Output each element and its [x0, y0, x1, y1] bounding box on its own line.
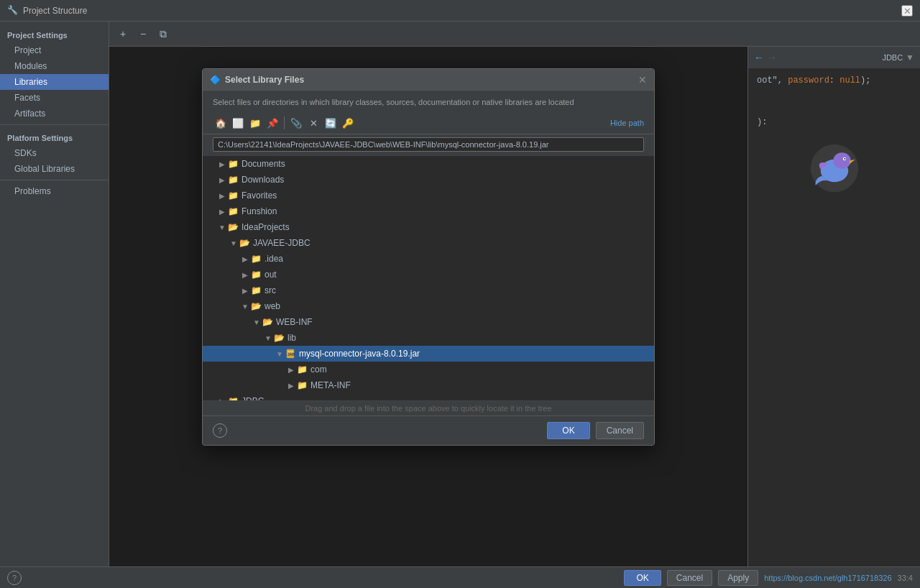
app-title: Project Structure [23, 6, 87, 16]
tree-toggle-com[interactable]: ▶ [286, 364, 296, 375]
folder-icon-out: 📁 [250, 270, 262, 280]
tree-item-lib[interactable]: ▼ 📂 lib [203, 330, 654, 346]
folder-icon-documents: 📁 [227, 159, 239, 169]
status-cancel-button[interactable]: Cancel [667, 570, 712, 586]
sidebar-item-global-libraries[interactable]: Global Libraries [0, 161, 109, 177]
tree-toggle-ideaprojects[interactable]: ▼ [217, 222, 227, 232]
sidebar-item-modules[interactable]: Modules [0, 58, 109, 74]
toolbar-desktop-button[interactable]: ⬜ [230, 115, 246, 131]
window-close-button[interactable]: ✕ [901, 5, 913, 17]
sidebar-item-project[interactable]: Project [0, 42, 109, 58]
forward-icon: → [767, 52, 777, 63]
sidebar: Project Settings Project Modules Librari… [0, 22, 109, 566]
copy-button[interactable]: ⧉ [155, 26, 171, 42]
dialog-title-text: Select Library Files [225, 75, 304, 85]
tree-toggle-meta-inf[interactable]: ▶ [286, 380, 296, 390]
folder-icon-javaee-jdbc: 📂 [239, 238, 250, 248]
tree-item-com[interactable]: ▶ 📁 com [203, 362, 654, 377]
sidebar-item-sdks[interactable]: SDKs [0, 145, 109, 161]
right-panel-content: oot", password: null); ): [748, 68, 920, 199]
status-apply-button[interactable]: Apply [718, 570, 758, 586]
dialog-cancel-button[interactable]: Cancel [596, 422, 644, 439]
status-ok-button[interactable]: OK [624, 570, 661, 586]
status-bar-right: OK Cancel Apply https://blog.csdn.net/gl… [624, 570, 913, 586]
tree-toggle-src[interactable]: ▶ [240, 285, 250, 295]
tree-item-javaee-jdbc[interactable]: ▼ 📂 JAVAEE-JDBC [203, 235, 654, 251]
tree-toggle-mysql-jar[interactable]: ▼ [275, 349, 285, 359]
status-line-col: 33:4 [898, 574, 913, 582]
tree-item-mysql-jar[interactable]: ▼ JAR mysql-connector-java-8.0.19.jar [203, 346, 654, 362]
tree-toggle-javaee-jdbc[interactable]: ▼ [229, 238, 239, 248]
sidebar-item-facets[interactable]: Facets [0, 90, 109, 106]
toolbar-home-button[interactable]: 🏠 [213, 115, 229, 131]
code-line-1: oot", password: null); [751, 74, 917, 87]
tree-item-idea[interactable]: ▶ 📁 .idea [203, 251, 654, 267]
tree-label-jdbc: JDBC [242, 396, 264, 400]
toolbar-paperclip-button[interactable]: 📎 [288, 115, 304, 131]
tree-item-favorites[interactable]: ▶ 📁 Favorites [203, 188, 654, 203]
tree-label-documents: Documents [242, 159, 285, 169]
sidebar-item-problems[interactable]: Problems [0, 183, 109, 199]
add-button[interactable]: + [115, 26, 131, 42]
tree-item-src[interactable]: ▶ 📁 src [203, 282, 654, 298]
tree-item-documents[interactable]: ▶ 📁 Documents [203, 156, 654, 172]
tree-label-com: com [310, 364, 327, 375]
toolbar-key-button[interactable]: 🔑 [340, 115, 356, 131]
tree-toggle-documents[interactable]: ▶ [217, 159, 227, 169]
tree-toggle-web[interactable]: ▼ [240, 301, 250, 311]
jdbc-tab-label: JDBC [882, 53, 903, 62]
status-url: https://blog.csdn.net/glh1716718326 [764, 574, 891, 582]
tree-item-funshion[interactable]: ▶ 📁 Funshion [203, 203, 654, 219]
tree-toggle-downloads[interactable]: ▶ [217, 175, 227, 185]
main-layout: Project Settings Project Modules Librari… [0, 22, 920, 566]
project-settings-section: Project Settings [0, 25, 109, 42]
tree-toggle-funshion[interactable]: ▶ [217, 206, 227, 216]
tree-label-downloads: Downloads [242, 175, 284, 185]
tree-item-jdbc[interactable]: ▶ 📁 JDBC [203, 393, 654, 400]
tree-item-web[interactable]: ▼ 📂 web [203, 298, 654, 314]
folder-icon-com: 📁 [296, 364, 308, 375]
tree-label-meta-inf: META-INF [310, 380, 351, 390]
status-help-button[interactable]: ? [7, 571, 22, 585]
toolbar-bookmark-button[interactable]: 📌 [264, 115, 280, 131]
tree-label-out: out [264, 270, 277, 280]
tree-item-webinf[interactable]: ▼ 📂 WEB-INF [203, 314, 654, 330]
file-tree: ▶ 📁 Documents ▶ 📁 Downloads [203, 156, 654, 400]
tree-label-idea: .idea [264, 254, 283, 264]
dialog-footer: ? OK Cancel [203, 415, 654, 445]
dialog-ok-button[interactable]: OK [547, 422, 589, 439]
dropdown-icon[interactable]: ▼ [906, 52, 914, 63]
tree-toggle-lib[interactable]: ▼ [263, 333, 273, 343]
tree-item-meta-inf[interactable]: ▶ 📁 META-INF [203, 377, 654, 393]
tree-toggle-idea[interactable]: ▶ [240, 254, 250, 264]
folder-icon-ideaprojects: 📂 [227, 222, 239, 232]
tree-item-out[interactable]: ▶ 📁 out [203, 267, 654, 282]
tree-label-web: web [264, 301, 280, 311]
tree-item-downloads[interactable]: ▶ 📁 Downloads [203, 172, 654, 188]
folder-icon-webinf: 📂 [262, 317, 273, 327]
tree-toggle-webinf[interactable]: ▼ [252, 317, 262, 327]
folder-icon-favorites: 📁 [227, 190, 239, 201]
tree-item-ideaprojects[interactable]: ▼ 📂 IdeaProjects [203, 219, 654, 235]
dialog-overlay: 🔷 Select Library Files ✕ Select files or… [109, 47, 748, 566]
tree-toggle-favorites[interactable]: ▶ [217, 190, 227, 201]
tree-label-mysql-jar: mysql-connector-java-8.0.19.jar [299, 349, 420, 359]
tree-toggle-out[interactable]: ▶ [240, 270, 250, 280]
jar-icon-mysql: JAR [285, 348, 296, 359]
sidebar-item-artifacts[interactable]: Artifacts [0, 106, 109, 121]
dialog-close-button[interactable]: ✕ [638, 74, 647, 86]
dialog-description: Select files or directories in which lib… [203, 91, 654, 112]
dialog-help-button[interactable]: ? [213, 423, 227, 438]
folder-icon-web: 📂 [250, 301, 262, 311]
toolbar-folder-button[interactable]: 📁 [247, 115, 263, 131]
hide-path-link[interactable]: Hide path [610, 119, 644, 127]
toolbar-refresh-button[interactable]: 🔄 [323, 115, 339, 131]
toolbar-delete-button[interactable]: ✕ [305, 115, 321, 131]
svg-text:JAR: JAR [288, 352, 295, 357]
sidebar-item-libraries[interactable]: Libraries [0, 74, 109, 90]
remove-button[interactable]: − [135, 26, 151, 42]
tree-label-ideaprojects: IdeaProjects [242, 222, 290, 232]
dialog-titlebar: 🔷 Select Library Files ✕ [203, 69, 654, 91]
path-input[interactable] [213, 137, 644, 152]
tree-toggle-jdbc[interactable]: ▶ [217, 396, 227, 400]
